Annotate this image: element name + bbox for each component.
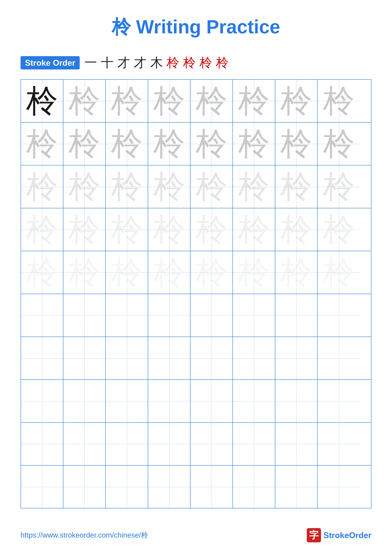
- grid-cell-empty[interactable]: [21, 466, 64, 508]
- grid-cell-empty[interactable]: [233, 294, 275, 336]
- grid-cell: 柃: [148, 80, 191, 122]
- grid-cell-empty[interactable]: [275, 337, 318, 380]
- grid-cell: 柃: [148, 123, 191, 165]
- practice-grid: 柃 柃 柃 柃 柃 柃 柃 柃 柃 柃 柃: [21, 79, 371, 509]
- footer-url[interactable]: https://www.strokeorder.com/chinese/柃: [21, 530, 148, 540]
- grid-cell-empty[interactable]: [233, 423, 275, 465]
- grid-cell-empty[interactable]: [233, 380, 275, 422]
- grid-cell-empty[interactable]: [21, 380, 64, 422]
- footer-logo: 字 StrokeOrder: [307, 528, 371, 542]
- grid-cell-empty[interactable]: [64, 423, 106, 465]
- grid-cell-empty[interactable]: [64, 380, 106, 422]
- grid-cell: 柃: [148, 208, 191, 251]
- grid-cell-empty[interactable]: [191, 466, 233, 508]
- grid-cell: 柃: [233, 166, 275, 208]
- grid-cell-empty[interactable]: [106, 380, 148, 422]
- grid-cell: 柃: [275, 251, 318, 294]
- grid-cell: 柃: [233, 208, 275, 251]
- grid-cell: 柃: [106, 123, 148, 165]
- grid-cell: 柃: [106, 80, 148, 122]
- grid-cell: 柃: [233, 123, 275, 165]
- stroke-char-8: 柃: [200, 54, 212, 71]
- grid-row-1: 柃 柃 柃 柃 柃 柃 柃 柃: [21, 80, 371, 123]
- grid-cell-empty[interactable]: [148, 423, 191, 465]
- grid-cell-empty[interactable]: [21, 423, 64, 465]
- grid-cell-empty[interactable]: [64, 337, 106, 380]
- stroke-char-5: 木: [150, 54, 163, 71]
- grid-row-3: 柃 柃 柃 柃 柃 柃 柃 柃: [21, 166, 371, 208]
- grid-cell-empty[interactable]: [318, 294, 360, 336]
- stroke-char-1: 一: [85, 54, 97, 71]
- grid-cell-empty[interactable]: [148, 466, 191, 508]
- grid-cell: 柃: [318, 123, 360, 165]
- grid-cell: 柃: [21, 166, 64, 208]
- grid-cell-empty[interactable]: [148, 337, 191, 380]
- grid-cell-empty[interactable]: [318, 337, 360, 380]
- grid-cell: 柃: [106, 166, 148, 208]
- grid-cell-empty[interactable]: [275, 423, 318, 465]
- grid-cell: 柃: [191, 251, 233, 294]
- stroke-order-chars: 一 十 才 才 木 柃 柃 柃 柃: [85, 54, 229, 71]
- grid-cell: 柃: [64, 166, 106, 208]
- grid-cell: 柃: [64, 80, 106, 122]
- footer: https://www.strokeorder.com/chinese/柃 字 …: [0, 528, 392, 542]
- logo-stroke: Stroke: [324, 531, 349, 540]
- grid-cell-empty[interactable]: [275, 466, 318, 508]
- grid-cell-empty[interactable]: [318, 423, 360, 465]
- grid-row-7: [21, 337, 371, 380]
- logo-icon: 字: [307, 528, 321, 542]
- grid-cell: 柃: [318, 251, 360, 294]
- grid-cell-empty[interactable]: [64, 466, 106, 508]
- grid-cell-empty[interactable]: [191, 337, 233, 380]
- grid-cell-empty[interactable]: [191, 380, 233, 422]
- grid-cell: 柃: [21, 251, 64, 294]
- stroke-char-2: 十: [101, 54, 114, 71]
- grid-cell: 柃: [64, 208, 106, 251]
- grid-row-4: 柃 柃 柃 柃 柃 柃 柃 柃: [21, 208, 371, 251]
- grid-cell: 柃: [21, 123, 64, 165]
- grid-cell-empty[interactable]: [148, 294, 191, 336]
- grid-cell: 柃: [191, 80, 233, 122]
- grid-cell: 柃: [233, 80, 275, 122]
- grid-row-10: [21, 466, 371, 508]
- grid-cell-empty[interactable]: [64, 294, 106, 336]
- logo-text: StrokeOrder: [324, 531, 371, 540]
- grid-cell-empty[interactable]: [275, 380, 318, 422]
- grid-cell: 柃: [21, 208, 64, 251]
- grid-cell: 柃: [318, 208, 360, 251]
- grid-cell: 柃: [106, 208, 148, 251]
- grid-cell-empty[interactable]: [275, 294, 318, 336]
- grid-cell: 柃: [64, 251, 106, 294]
- grid-cell: 柃: [318, 166, 360, 208]
- grid-cell: 柃: [106, 251, 148, 294]
- grid-cell-empty[interactable]: [233, 337, 275, 380]
- grid-cell: 柃: [275, 123, 318, 165]
- grid-cell-empty[interactable]: [191, 423, 233, 465]
- grid-cell-empty[interactable]: [318, 380, 360, 422]
- grid-cell-empty[interactable]: [148, 380, 191, 422]
- grid-cell: 柃: [233, 251, 275, 294]
- grid-cell: 柃: [275, 166, 318, 208]
- grid-row-5: 柃 柃 柃 柃 柃 柃 柃 柃: [21, 251, 371, 294]
- grid-cell: 柃: [64, 123, 106, 165]
- grid-cell-empty[interactable]: [233, 466, 275, 508]
- grid-row-8: [21, 380, 371, 423]
- grid-cell-empty[interactable]: [106, 294, 148, 336]
- grid-cell-empty[interactable]: [21, 337, 64, 380]
- grid-cell-empty[interactable]: [21, 294, 64, 336]
- logo-order: Order: [349, 531, 371, 540]
- grid-cell-empty[interactable]: [106, 337, 148, 380]
- grid-cell: 柃: [318, 80, 360, 122]
- grid-cell-empty[interactable]: [318, 466, 360, 508]
- grid-cell-empty[interactable]: [106, 466, 148, 508]
- grid-cell: 柃: [148, 251, 191, 294]
- grid-cell: 柃: [275, 208, 318, 251]
- stroke-char-6: 柃: [167, 54, 179, 71]
- grid-cell-empty[interactable]: [191, 294, 233, 336]
- stroke-char-7: 柃: [183, 54, 196, 71]
- grid-cell-empty[interactable]: [106, 423, 148, 465]
- grid-cell: 柃: [191, 208, 233, 251]
- grid-cell: 柃: [275, 80, 318, 122]
- grid-cell: 柃: [191, 123, 233, 165]
- grid-row-9: [21, 423, 371, 466]
